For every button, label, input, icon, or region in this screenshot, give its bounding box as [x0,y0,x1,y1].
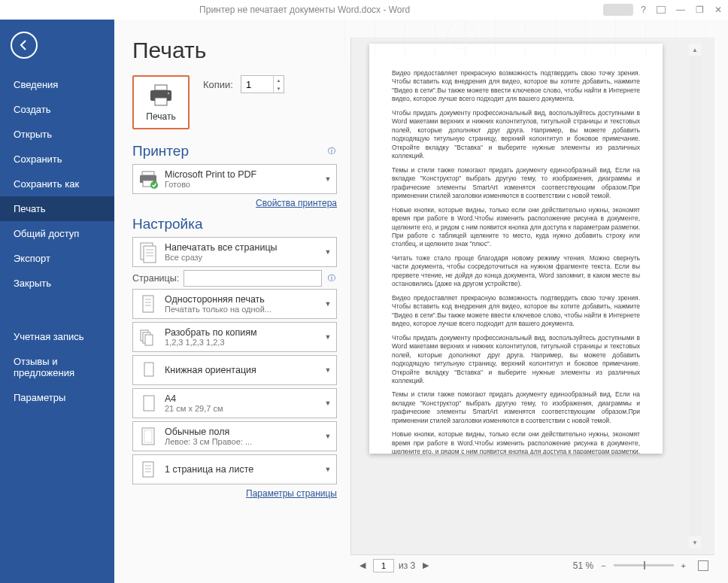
pages-per-sheet-dropdown[interactable]: 1 страница на листе ▼ [132,454,337,484]
margins-icon [136,424,160,448]
sidebar-item-account[interactable]: Учетная запись [0,324,114,349]
printer-name: Microsoft Print to PDF [165,169,318,180]
printer-dropdown[interactable]: Microsoft Print to PDF Готово ▼ [132,164,337,194]
page-setup-link[interactable]: Параметры страницы [246,488,337,499]
print-button-label: Печать [146,111,175,122]
print-preview: Видео предоставляет прекрасную возможнос… [350,38,714,554]
print-what-dropdown[interactable]: Напечатать все страницы Все сразу ▼ [132,237,337,267]
settings-section-title: Настройка [132,216,203,232]
prev-page-button[interactable]: ◀ [356,560,369,570]
svg-rect-4 [142,172,154,175]
svg-rect-20 [144,363,153,376]
svg-rect-9 [144,246,156,263]
sidebar-item-feedback[interactable]: Отзывы и предложения [0,349,114,385]
backstage-sidebar: Сведения Создать Открыть Сохранить Сохра… [0,20,114,583]
preview-page: Видео предоставляет прекрасную возможнос… [369,44,663,454]
sides-dropdown[interactable]: Односторонняя печать Печатать только на … [132,289,337,319]
page-title: Печать [132,38,337,63]
ribbon-options-icon[interactable] [657,6,666,14]
printer-status: Готово [165,180,318,189]
collate-icon [136,325,160,349]
pages-all-icon [136,240,160,264]
svg-rect-13 [143,296,153,312]
paper-size-dropdown[interactable]: A4 21 см x 29,7 см ▼ [132,388,337,418]
sidebar-item-new[interactable]: Создать [0,97,114,122]
info-icon[interactable]: ⓘ [326,273,337,284]
chevron-down-icon: ▼ [323,248,333,256]
titlebar: Принтер не печатает документы Word.docx … [0,0,728,20]
chevron-down-icon: ▼ [323,175,333,183]
sidebar-item-open[interactable]: Открыть [0,122,114,147]
copies-down-icon[interactable]: ▼ [274,84,284,93]
fit-to-window-button[interactable] [698,560,708,571]
sidebar-item-share[interactable]: Общий доступ [0,221,114,246]
restore-button[interactable]: ❐ [696,5,704,15]
zoom-percent: 51 % [573,560,593,571]
arrow-left-icon [18,39,30,51]
zoom-in-button[interactable]: + [678,561,689,570]
sidebar-item-saveas[interactable]: Сохранить как [0,172,114,196]
svg-rect-24 [143,462,153,477]
one-page-icon [136,457,160,481]
svg-point-7 [150,181,158,189]
margins-dropdown[interactable]: Обычные поля Левое: 3 см Правое: ... ▼ [132,421,337,451]
chevron-down-icon: ▼ [323,399,333,407]
pages-input[interactable] [184,270,322,287]
user-avatar[interactable] [603,4,633,16]
chevron-down-icon: ▼ [323,433,333,440]
next-page-button[interactable]: ▶ [420,560,432,570]
pages-label: Страницы: [132,273,179,284]
page-number-input[interactable] [373,559,394,572]
svg-point-3 [168,93,169,94]
portrait-icon [136,358,160,382]
collate-dropdown[interactable]: Разобрать по копиям 1,2,3 1,2,3 1,2,3 ▼ [132,322,337,352]
printer-status-icon [136,167,160,191]
chevron-down-icon: ▼ [323,300,333,308]
copies-input[interactable]: ▲ ▼ [241,75,284,93]
chevron-down-icon: ▼ [323,333,333,341]
printer-properties-link[interactable]: Свойства принтера [256,198,337,208]
minimize-button[interactable]: — [676,5,685,15]
page-count-label: из 3 [399,560,415,571]
preview-scrollbar[interactable]: ▲ ▼ [689,44,701,548]
info-icon[interactable]: ⓘ [326,146,337,156]
sidebar-item-print[interactable]: Печать [0,196,114,221]
svg-rect-19 [145,335,153,345]
copies-up-icon[interactable]: ▲ [274,76,284,84]
sidebar-item-save[interactable]: Сохранить [0,147,114,172]
chevron-down-icon: ▼ [323,366,333,374]
sidebar-item-close[interactable]: Закрыть [0,271,114,296]
printer-icon [147,84,174,107]
back-button[interactable] [11,32,38,59]
sidebar-item-info[interactable]: Сведения [0,72,114,97]
zoom-out-button[interactable]: − [598,561,608,570]
window-title: Принтер не печатает документы Word.docx … [6,5,603,15]
sidebar-item-export[interactable]: Экспорт [0,246,114,271]
one-sided-icon [136,292,160,316]
help-button[interactable]: ? [641,5,646,15]
print-button[interactable]: Печать [132,75,190,129]
copies-field[interactable] [241,76,273,93]
zoom-slider[interactable] [614,564,674,566]
scroll-down-icon[interactable]: ▼ [689,536,701,548]
sidebar-item-options[interactable]: Параметры [0,385,114,410]
preview-status-bar: ◀ из 3 ▶ 51 % − + [350,554,714,575]
svg-rect-0 [155,85,167,90]
copies-label: Копии: [203,79,233,90]
close-button[interactable]: ✕ [714,5,722,15]
svg-rect-21 [144,396,154,411]
printer-section-title: Принтер [132,143,189,159]
scroll-up-icon[interactable]: ▲ [689,44,701,56]
paper-size-icon [136,391,160,415]
chevron-down-icon: ▼ [323,466,333,473]
svg-rect-2 [155,98,167,105]
orientation-dropdown[interactable]: Книжная ориентация ▼ [132,355,337,385]
